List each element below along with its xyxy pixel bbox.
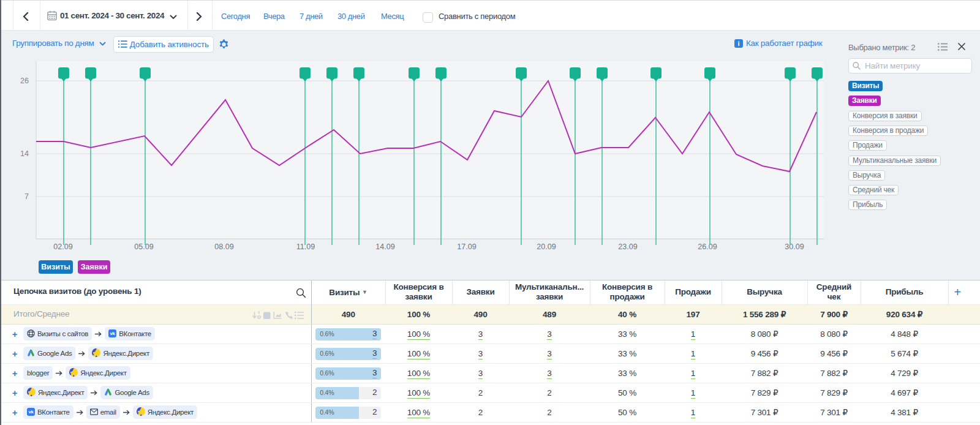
svg-text:23.09: 23.09 <box>618 243 637 251</box>
svg-text:17.09: 17.09 <box>457 243 476 251</box>
svg-text:02.09: 02.09 <box>53 243 72 251</box>
svg-text:20.09: 20.09 <box>537 243 556 251</box>
svg-text:11.09: 11.09 <box>296 243 315 251</box>
svg-text:08.09: 08.09 <box>214 243 233 251</box>
svg-text:05.09: 05.09 <box>134 243 153 251</box>
svg-text:14: 14 <box>20 149 29 158</box>
svg-text:vk: vk <box>28 409 34 415</box>
svg-text:14.09: 14.09 <box>375 243 394 251</box>
svg-text:vk: vk <box>110 331 116 336</box>
svg-text:30.09: 30.09 <box>785 243 804 251</box>
svg-text:26: 26 <box>20 77 29 85</box>
svg-text:7: 7 <box>24 192 29 201</box>
svg-text:26.09: 26.09 <box>698 243 717 251</box>
